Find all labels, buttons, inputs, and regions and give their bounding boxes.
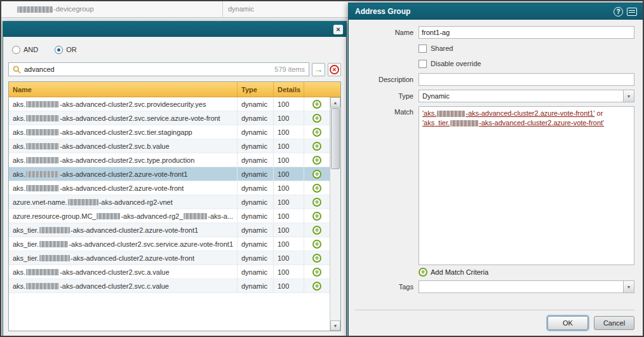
add-row-icon[interactable]: + <box>312 254 321 263</box>
results-grid-header: Name Type Details <box>9 82 340 97</box>
shared-checkbox[interactable] <box>419 45 427 53</box>
text-segment: aks. <box>13 156 25 164</box>
text-segment: -aks-advanced-rg2-vnet <box>99 198 173 206</box>
match-field[interactable]: 'aks.-aks-advanced-cluster2.azure-vote-f… <box>419 106 634 265</box>
address-group-body: Name Shared Disable override Description <box>349 20 643 336</box>
row-add-cell: + <box>304 139 330 153</box>
table-row[interactable]: aks.-aks-advanced-cluster2.svc.a.valuedy… <box>9 265 330 279</box>
apply-filter-button[interactable]: → <box>312 63 325 76</box>
name-field[interactable] <box>419 26 634 39</box>
description-field[interactable] <box>419 73 634 86</box>
search-input[interactable]: advanced 579 items <box>8 62 309 76</box>
table-row[interactable]: aks.-aks-advanced-cluster2.svc.providese… <box>9 97 330 111</box>
table-row[interactable]: aks_tier.-aks-advanced-cluster2.svc.serv… <box>9 237 330 251</box>
scroll-up-icon[interactable]: ▲ <box>330 97 340 107</box>
row-details-cell: 100 <box>274 265 304 279</box>
docs-icon[interactable] <box>627 8 637 16</box>
column-header-details[interactable]: Details <box>274 82 304 97</box>
ok-button[interactable]: OK <box>547 316 588 330</box>
redacted-text <box>68 199 98 205</box>
table-row[interactable]: aks.-aks-advanced-cluster2.svc.tier.stag… <box>9 125 330 139</box>
redacted-text <box>26 185 59 191</box>
row-name-cell: aks.-aks-advanced-cluster2.azure-vote-fr… <box>9 181 238 195</box>
text-segment: 'aks_tier. <box>422 119 450 127</box>
close-icon[interactable]: × <box>333 25 343 34</box>
text-segment: -aks-advanced-cluster2.azure-vote-front1 <box>60 170 187 178</box>
table-row[interactable]: azure.vnet-name.-aks-advanced-rg2-vnetdy… <box>9 195 330 209</box>
redacted-text <box>26 115 59 121</box>
add-row-icon[interactable]: + <box>312 226 321 235</box>
results-grid: Name Type Details aks.-aks-advanced-clus… <box>8 81 341 331</box>
add-row-icon[interactable]: + <box>312 156 321 165</box>
text-segment: -aks-advanced-cluster2.azure-vote-front' <box>479 119 604 127</box>
clear-filter-button[interactable]: × <box>328 63 341 76</box>
cancel-button[interactable]: Cancel <box>594 316 634 330</box>
add-row-icon[interactable]: + <box>312 268 321 277</box>
row-name-cell: aks.-aks-advanced-cluster2.svc.c.value <box>9 279 238 292</box>
add-match-criteria-button[interactable]: + Add Match Criteria <box>419 268 634 277</box>
add-row-icon[interactable]: + <box>312 212 321 221</box>
text-segment: -aks-advanced-cluster2.svc.a.value <box>60 268 169 276</box>
redacted-text <box>39 255 70 261</box>
shared-label: Shared <box>431 45 453 52</box>
row-details-cell: 100 <box>274 139 304 153</box>
table-row[interactable]: aks.-aks-advanced-cluster2.svc.service.a… <box>9 111 330 125</box>
add-row-icon[interactable]: + <box>312 198 321 207</box>
text-segment: -aks-advanced-cluster2.svc.service.azure… <box>60 114 220 122</box>
add-row-icon[interactable]: + <box>312 282 321 291</box>
row-details-cell: 100 <box>274 97 304 111</box>
search-row: advanced 579 items → × <box>8 62 341 76</box>
table-row[interactable]: aks_tier.-aks-advanced-cluster2.azure-vo… <box>9 223 330 237</box>
redacted-text <box>39 241 68 247</box>
scroll-down-icon[interactable]: ▼ <box>330 320 340 331</box>
row-details-cell: 100 <box>274 251 304 265</box>
table-row[interactable]: aks_tier.-aks-advanced-cluster2.azure-vo… <box>9 251 330 265</box>
redacted-text <box>184 213 207 219</box>
row-details-cell: 100 <box>274 195 304 209</box>
type-label: Type <box>355 92 419 100</box>
row-details-cell: 100 <box>274 167 304 181</box>
row-type-cell: dynamic <box>238 209 274 223</box>
name-label: Name <box>355 29 419 36</box>
text-segment: -aks-advanced-cluster2.svc.type.producti… <box>60 156 194 164</box>
row-type-cell: dynamic <box>238 237 274 251</box>
scrollbar-thumb[interactable] <box>331 108 340 169</box>
add-row-icon[interactable]: + <box>312 170 321 179</box>
table-row[interactable]: azure.resource-group.MC_-aks-advanced-rg… <box>9 209 330 223</box>
type-value: Dynamic <box>419 92 623 100</box>
column-header-name[interactable]: Name <box>9 82 238 97</box>
column-header-type[interactable]: Type <box>238 82 274 97</box>
table-row[interactable]: aks.-aks-advanced-cluster2.azure-vote-fr… <box>9 181 330 195</box>
tags-select[interactable]: ▼ <box>419 280 634 293</box>
add-row-icon[interactable]: + <box>312 128 321 137</box>
table-row[interactable]: aks.-aks-advanced-cluster2.svc.c.valuedy… <box>9 279 330 293</box>
add-row-icon[interactable]: + <box>312 100 321 109</box>
table-row[interactable]: aks.-aks-advanced-cluster2.azure-vote-fr… <box>9 167 330 181</box>
or-radio[interactable]: OR <box>55 46 77 54</box>
type-cell: dynamic <box>228 5 254 13</box>
row-add-cell: + <box>304 223 330 237</box>
and-radio[interactable]: AND <box>12 46 38 54</box>
table-row[interactable]: aks.-aks-advanced-cluster2.svc.b.valuedy… <box>9 139 330 153</box>
redacted-text <box>26 171 59 177</box>
add-row-icon[interactable]: + <box>312 240 321 249</box>
address-group-titlebar: Address Group ? <box>349 3 643 20</box>
type-select[interactable]: Dynamic ▼ <box>419 90 634 102</box>
add-row-icon[interactable]: + <box>312 184 321 193</box>
redacted-text <box>437 111 465 117</box>
row-type-cell: dynamic <box>238 97 274 111</box>
text-segment: -aks-advanced-cluster2.azure-vote-front1 <box>70 226 198 234</box>
text-segment: or <box>595 109 603 117</box>
add-row-icon[interactable]: + <box>312 114 321 123</box>
table-row[interactable]: aks.-aks-advanced-cluster2.svc.type.prod… <box>9 153 330 167</box>
help-icon[interactable]: ? <box>614 7 623 17</box>
disable-override-checkbox[interactable] <box>419 60 427 68</box>
row-details-cell: 100 <box>274 125 304 139</box>
text-segment: aks. <box>13 128 25 136</box>
dialog-title: Address Group <box>355 7 610 16</box>
shared-checkbox-row: Shared <box>419 43 634 54</box>
and-radio-label: AND <box>23 46 38 53</box>
add-row-icon[interactable]: + <box>312 142 321 151</box>
table-scrollbar[interactable]: ▲ ▼ <box>330 97 340 331</box>
row-type-cell: dynamic <box>238 223 274 237</box>
